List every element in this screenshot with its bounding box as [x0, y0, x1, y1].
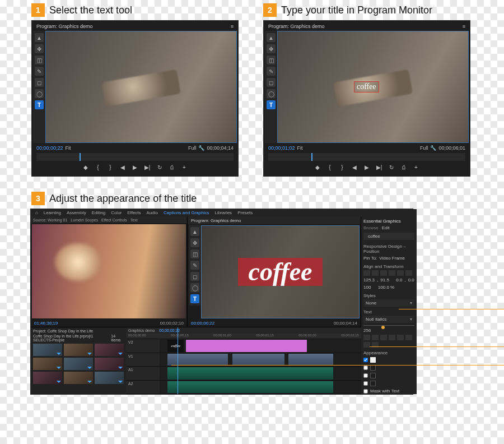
loop-icon[interactable]: ↻: [388, 164, 395, 170]
crop-tool-icon[interactable]: ◫: [267, 55, 276, 64]
add-icon[interactable]: +: [181, 164, 188, 170]
project-item[interactable]: [95, 358, 124, 370]
track-header-v1[interactable]: V1: [126, 353, 160, 367]
ws-tab[interactable]: Color: [111, 210, 122, 216]
project-item[interactable]: [64, 358, 93, 370]
project-item[interactable]: [64, 372, 93, 384]
eg-tab-browse[interactable]: Browse: [363, 225, 379, 230]
out-point-icon[interactable]: }: [339, 164, 346, 170]
add-icon[interactable]: +: [413, 164, 419, 170]
ws-tab[interactable]: Libraries: [214, 210, 232, 216]
pen-tool-icon[interactable]: ✎: [35, 67, 44, 76]
track-header-a1[interactable]: A1: [126, 367, 160, 381]
align-top-icon[interactable]: [389, 270, 395, 276]
fit-dropdown[interactable]: Fit: [297, 145, 303, 151]
type-tool-icon[interactable]: T: [267, 100, 276, 109]
playhead[interactable]: [178, 327, 178, 394]
timeline-tc[interactable]: 00;00;00;22: [159, 329, 180, 332]
panel-menu-icon[interactable]: ≡: [231, 24, 234, 29]
ws-tab[interactable]: Presets: [237, 210, 253, 216]
fit-dropdown[interactable]: Fit: [66, 145, 71, 151]
track-a2[interactable]: [160, 381, 361, 395]
shadow-row[interactable]: [363, 380, 414, 387]
selection-tool-icon[interactable]: ▲: [267, 33, 276, 42]
hand-tool-icon[interactable]: ✥: [267, 44, 276, 53]
timecode-in[interactable]: 00;00;01;02: [268, 145, 295, 151]
hand-tool-icon[interactable]: ✥: [35, 44, 44, 53]
typed-title-text[interactable]: coffee: [354, 81, 379, 92]
hand-tool-icon[interactable]: ✥: [190, 238, 199, 247]
selection-tool-icon[interactable]: ▲: [190, 227, 199, 236]
scrub-bar[interactable]: [268, 153, 465, 161]
step-fwd-icon[interactable]: ▶|: [144, 164, 151, 170]
export-frame-icon[interactable]: ⎙: [400, 164, 407, 170]
loop-icon[interactable]: ↻: [156, 164, 163, 170]
panel-menu-icon[interactable]: ≡: [463, 24, 465, 29]
program-tc-in[interactable]: 00;00;00;22: [191, 321, 214, 326]
step-back-icon[interactable]: ◀: [351, 164, 358, 170]
font-dropdown[interactable]: Noë Italics ▾: [363, 316, 414, 323]
marker-icon[interactable]: ◆: [82, 164, 89, 170]
source-tab[interactable]: Effect Controls: [101, 218, 127, 222]
type-tool-icon[interactable]: T: [35, 100, 44, 109]
wrench-icon[interactable]: 🔧: [430, 145, 436, 151]
font-size-value[interactable]: 256: [363, 328, 371, 333]
text-bold-icon[interactable]: [389, 335, 395, 340]
bg-color-row[interactable]: [363, 372, 414, 379]
play-icon[interactable]: ▶: [132, 164, 138, 170]
text-align-left-icon[interactable]: [363, 335, 370, 340]
anchor-x[interactable]: 0.0: [396, 278, 402, 283]
program-video-view[interactable]: coffee: [277, 31, 469, 143]
pen-tool-icon[interactable]: ✎: [267, 67, 276, 76]
program-video-view[interactable]: [45, 31, 237, 143]
project-name[interactable]: Project: Coffe Shop Day in the Life: [33, 329, 93, 333]
text-align-right-icon[interactable]: [380, 335, 387, 340]
source-tc-in[interactable]: 01;46;38;19: [34, 321, 58, 326]
anchor-y[interactable]: 0.0: [408, 278, 414, 283]
opacity-value[interactable]: 100.0 %: [378, 285, 394, 290]
in-point-icon[interactable]: {: [326, 164, 333, 170]
eg-layer-item[interactable]: coffee: [363, 233, 414, 240]
out-point-icon[interactable]: }: [107, 164, 114, 170]
text-underline-icon[interactable]: [405, 335, 412, 340]
align-right-icon[interactable]: [380, 270, 387, 276]
shape-tool-icon[interactable]: ◻: [190, 272, 199, 281]
source-tab[interactable]: Source: Working 01: [33, 218, 67, 222]
track-header-v2[interactable]: V2: [126, 339, 160, 353]
mask-checkbox[interactable]: [363, 389, 368, 394]
text-align-center-icon[interactable]: [372, 335, 379, 340]
track-v2[interactable]: coffee: [160, 339, 361, 353]
shape-tool-icon[interactable]: ◻: [267, 78, 276, 87]
wrench-icon[interactable]: 🔧: [198, 145, 204, 151]
title-clip[interactable]: coffee: [167, 340, 184, 352]
audio-clip[interactable]: [167, 381, 333, 394]
selection-tool-icon[interactable]: ▲: [35, 33, 44, 42]
ws-tab-active[interactable]: Captions and Graphics: [164, 210, 209, 216]
scale-dropdown[interactable]: Full: [188, 145, 197, 151]
text-italic-icon[interactable]: [397, 335, 404, 340]
timeline-ruler[interactable]: 00;00;00;00 00;00;00;15 00;00;01;00 00;0…: [126, 334, 361, 339]
align-left-icon[interactable]: [363, 270, 370, 276]
align-center-icon[interactable]: [372, 270, 379, 276]
ws-tab[interactable]: Learning: [44, 210, 61, 216]
source-tab[interactable]: Lumetri Scopes: [71, 218, 98, 222]
crop-tool-icon[interactable]: ◫: [35, 55, 44, 64]
title-graphic[interactable]: coffee: [238, 258, 322, 286]
step-back-icon[interactable]: ◀: [119, 164, 126, 170]
align-bottom-icon[interactable]: [405, 270, 412, 276]
step-fwd-icon[interactable]: ▶|: [376, 164, 382, 170]
type-tool-icon[interactable]: T: [190, 294, 199, 303]
ellipse-tool-icon[interactable]: ◯: [190, 283, 199, 292]
align-middle-icon[interactable]: [397, 270, 404, 276]
timecode-in[interactable]: 00;00;00;22: [36, 145, 63, 151]
ws-tab[interactable]: Audio: [147, 210, 158, 216]
project-item[interactable]: [64, 344, 93, 356]
project-item[interactable]: [33, 344, 62, 356]
home-icon[interactable]: ⌂: [35, 210, 38, 216]
project-item[interactable]: [33, 372, 62, 384]
ws-tab[interactable]: Assembly: [67, 210, 86, 216]
eg-tab-edit[interactable]: Edit: [382, 225, 390, 230]
shadow-checkbox[interactable]: [363, 381, 368, 386]
ws-tab[interactable]: Editing: [92, 210, 105, 216]
program-video-view[interactable]: coffee: [201, 225, 360, 318]
